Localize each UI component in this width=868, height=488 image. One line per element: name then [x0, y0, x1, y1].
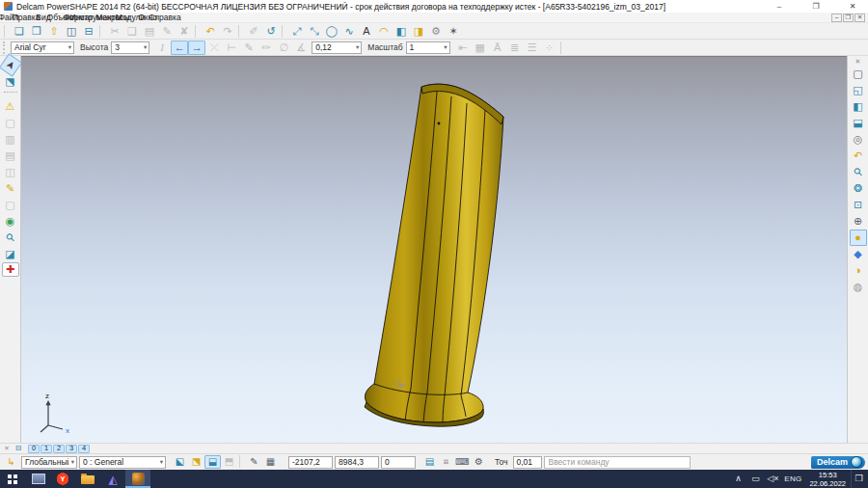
intelligent-cursor-icon[interactable]: ⬕ [172, 455, 188, 469]
solid-tool-icon[interactable]: ◧ [393, 24, 410, 39]
undo-icon[interactable]: ↶ [202, 24, 219, 39]
italic-icon[interactable]: I [153, 41, 171, 55]
circle-tool-icon[interactable]: ◯ [323, 24, 340, 39]
open-model-icon[interactable]: ❒ [28, 24, 45, 39]
grid-icon[interactable]: ▦ [262, 455, 279, 469]
tolerance-value[interactable]: 0,01 [513, 456, 542, 469]
dimension-pen-icon[interactable]: ✏ [258, 41, 275, 55]
surface-tool-icon[interactable]: ◠ [375, 24, 393, 39]
shaded-wire-view-icon[interactable]: ◧ [850, 98, 867, 115]
iso-view-icon[interactable]: ⬓ [850, 115, 867, 131]
levels-panel-icon[interactable]: ▥ [2, 131, 19, 148]
restore-button[interactable]: ❐ [810, 1, 822, 12]
levels-list-icon[interactable]: ⊟ [12, 444, 25, 453]
height-select[interactable]: 3 ▾ [111, 41, 149, 54]
cursor-pencil-icon[interactable]: ✎ [246, 455, 262, 469]
scale-select[interactable]: 1 ▾ [406, 41, 450, 54]
command-input[interactable] [544, 456, 691, 469]
clipboard-icon[interactable]: ▢ [2, 115, 19, 131]
list-icon[interactable]: ☰ [524, 41, 541, 55]
render-view-icon[interactable]: ◑ [850, 262, 867, 279]
wireframe-view-icon[interactable]: ▢ [850, 66, 867, 82]
level-button-4[interactable]: 4 [78, 445, 90, 453]
angle-dimension-icon[interactable]: ∡ [292, 41, 310, 55]
menu-help[interactable]: Справка [156, 11, 174, 25]
close-button[interactable]: ✕ [847, 1, 858, 12]
minimize-button[interactable]: – [773, 1, 785, 12]
columns-icon[interactable]: ≣ [506, 41, 524, 55]
rewind-icon[interactable]: ⇤ [454, 41, 472, 55]
feature-tool-icon[interactable]: ◨ [410, 24, 427, 39]
curve-tool-icon[interactable]: ∿ [340, 24, 358, 39]
blade-model[interactable] [365, 84, 503, 426]
yandex-browser-icon[interactable]: Y [50, 470, 75, 488]
menu-edit[interactable]: Правка [17, 11, 35, 25]
blank-tool-icon[interactable]: ▢ [2, 197, 19, 213]
align-left-icon[interactable]: ← [171, 41, 188, 55]
diameter-icon[interactable]: ∅ [275, 41, 292, 55]
network-icon[interactable]: ▭ [746, 470, 764, 488]
redo-icon[interactable]: ↷ [219, 24, 236, 39]
level-button-0[interactable]: 0 [28, 445, 40, 453]
tolerance-select[interactable]: 0,12 ▾ [312, 41, 362, 54]
format-brush-icon[interactable]: ✎ [158, 24, 176, 39]
item-info-icon[interactable]: ▤ [421, 455, 438, 469]
x-coordinate[interactable]: -2107,2 [288, 456, 333, 469]
workplane-tool-icon[interactable]: ⤢ [288, 24, 306, 39]
palette-icon[interactable]: ▤ [2, 148, 19, 164]
mdi-minimize-button[interactable]: – [831, 14, 842, 22]
sketch-pencil-icon[interactable]: ✎ [2, 180, 19, 197]
mirror-text-icon[interactable]: ⤫ [205, 41, 223, 55]
align-right-icon[interactable]: → [188, 41, 205, 55]
robot-icon[interactable]: ⚙ [471, 455, 487, 469]
y-coordinate[interactable]: 8984,3 [335, 456, 379, 469]
keyboard-icon[interactable]: ⌨ [454, 455, 471, 469]
menu-modules[interactable]: Модули [122, 11, 139, 25]
scatter-points-icon[interactable]: ⁘ [541, 41, 558, 55]
font-select[interactable]: Arial Cyr ▾ [11, 41, 74, 54]
text-tool-icon[interactable]: A [358, 24, 375, 39]
model-doctor-icon[interactable]: ✚ [2, 262, 19, 277]
action-center-icon[interactable]: ❒ [851, 470, 868, 488]
char-map-icon[interactable]: Ä [489, 41, 506, 55]
level-button-3[interactable]: 3 [66, 445, 77, 453]
tray-chevron-icon[interactable]: ∧ [729, 470, 746, 488]
delete-icon[interactable]: ✘ [176, 24, 193, 39]
language-indicator[interactable]: ENG [781, 470, 804, 488]
dynamic-rotate-icon[interactable]: ↺ [262, 24, 280, 39]
close-levels-icon[interactable]: ✕ [2, 444, 12, 453]
edit-macro-icon[interactable]: ✐ [245, 24, 262, 39]
cad-app-icon[interactable]: ◭ [100, 470, 125, 488]
transparent-view-icon[interactable]: ◆ [850, 246, 867, 262]
paste-icon[interactable]: ▤ [141, 24, 158, 39]
level-select[interactable]: 0 : General ▾ [79, 456, 166, 469]
view-direction-icon[interactable]: ◎ [850, 131, 867, 148]
import-icon[interactable]: ⇧ [45, 24, 63, 39]
multiple-views-icon[interactable]: ⊕ [850, 213, 867, 230]
new-model-icon[interactable]: ❏ [11, 24, 28, 39]
line-tool-icon[interactable]: ⤡ [306, 24, 323, 39]
volume-muted-icon[interactable]: ◁× [764, 470, 781, 488]
assembly-gears-icon[interactable]: ⚙ [427, 24, 445, 39]
workplane-select[interactable]: Глобальный ▾ [21, 456, 77, 469]
workplane-axes-icon[interactable]: ↳ [3, 455, 19, 469]
drawing-scale-icon[interactable]: ⬔ [188, 455, 204, 469]
snap-off-icon[interactable]: ⬒ [221, 455, 237, 469]
powershape-taskbar-icon[interactable] [125, 470, 150, 488]
compare-icon[interactable]: ◫ [2, 164, 19, 180]
viewport-canvas[interactable]: z x [21, 56, 847, 443]
copy-icon[interactable]: ❑ [123, 24, 141, 39]
levels-warning-icon[interactable]: ⚠ [2, 98, 19, 115]
save-icon[interactable]: ◫ [63, 24, 80, 39]
vnc-monitor-icon[interactable] [25, 470, 50, 488]
hidden-line-view-icon[interactable]: ◱ [850, 82, 867, 98]
table-icon[interactable]: ▦ [472, 41, 489, 55]
taskbar-clock[interactable]: 15:53 22.06.2022 [804, 471, 851, 488]
print-icon[interactable]: ⊟ [80, 24, 97, 39]
start-button[interactable] [0, 470, 25, 488]
close-rail-icon[interactable]: ✕ [850, 57, 867, 66]
calculator-icon[interactable]: ⌗ [438, 455, 454, 469]
shaded-view-icon[interactable]: ● [850, 230, 867, 246]
mdi-close-button[interactable]: ✕ [854, 14, 865, 22]
file-explorer-icon[interactable] [75, 470, 100, 488]
